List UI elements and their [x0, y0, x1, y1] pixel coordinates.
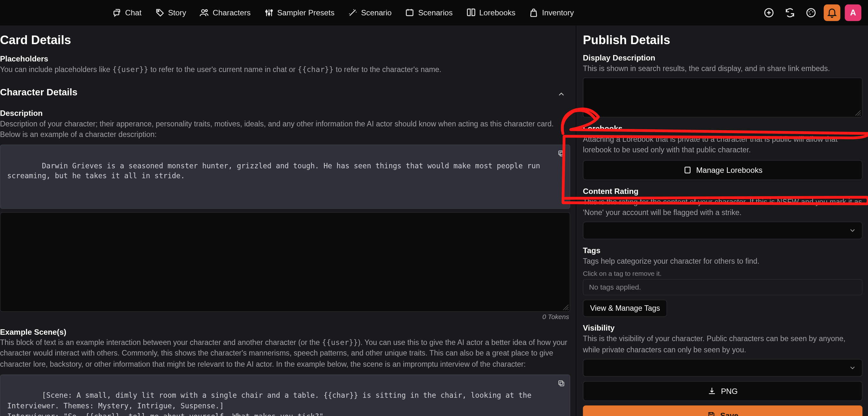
display-description-label: Display Description	[583, 53, 863, 62]
nav-lorebooks-label: Lorebooks	[479, 8, 515, 17]
description-help: Description of your character; their app…	[0, 118, 570, 140]
avatar-initial: A	[850, 8, 856, 17]
svg-rect-16	[559, 381, 563, 384]
download-icon	[708, 386, 717, 395]
publish-title: Publish Details	[583, 33, 863, 48]
token-count: 0 Tokens	[0, 313, 570, 321]
nav-inventory-label: Inventory	[542, 8, 574, 17]
svg-point-12	[809, 13, 810, 14]
display-description-help: This is shown in search results, the car…	[583, 63, 863, 74]
png-button[interactable]: PNG	[583, 381, 863, 400]
nav-lorebooks[interactable]: Lorebooks	[461, 4, 521, 21]
lorebooks-help: Attaching a Lorebook that is private to …	[583, 134, 863, 155]
svg-point-9	[808, 11, 809, 12]
collapse-button[interactable]	[557, 86, 566, 101]
save-label: Save	[720, 411, 739, 416]
bag-icon	[529, 7, 538, 17]
svg-point-0	[157, 10, 159, 11]
theme-button[interactable]	[803, 4, 819, 21]
book-open-icon	[466, 7, 476, 17]
svg-point-1	[202, 9, 205, 12]
nav-inventory[interactable]: Inventory	[523, 4, 580, 21]
content-rating-help: This is the rating for the content of yo…	[583, 197, 863, 218]
character-details-heading: Character Details	[0, 87, 78, 98]
nav-characters[interactable]: Characters	[194, 4, 256, 21]
example-scene-block: [Scene: A small, dimly lit room with a s…	[0, 374, 570, 416]
description-label: Description	[0, 109, 570, 117]
content-rating-select[interactable]	[583, 221, 863, 239]
nav-scenarios[interactable]: Scenarios	[399, 4, 458, 21]
chevron-down-icon	[848, 227, 856, 234]
nav-story[interactable]: Story	[149, 4, 192, 21]
visibility-help: This is the visibility of your character…	[583, 334, 863, 356]
users-icon	[199, 7, 210, 17]
png-label: PNG	[721, 386, 738, 395]
nav-scenarios-label: Scenarios	[418, 8, 453, 17]
chat-icon	[112, 7, 122, 17]
visibility-select[interactable]	[583, 359, 863, 376]
nav-scenario-label: Scenario	[361, 8, 392, 17]
save-button[interactable]: Save	[583, 405, 863, 416]
visibility-label: Visibility	[583, 324, 863, 333]
tags-box[interactable]: No tags applied.	[583, 279, 863, 295]
description-example-block: Darwin Grieves is a seasoned monster hun…	[0, 144, 570, 209]
lorebooks-label: Lorebooks	[583, 124, 863, 133]
svg-point-11	[812, 11, 813, 12]
topbar: Chat Story Characters Sampler Presets Sc…	[0, 0, 868, 25]
copy-description-button[interactable]	[555, 147, 567, 159]
avatar-button[interactable]: A	[845, 4, 861, 21]
svg-rect-15	[560, 382, 564, 386]
manage-lorebooks-button[interactable]: Manage Lorebooks	[583, 160, 863, 180]
sliders-icon	[264, 7, 274, 17]
card-details-title: Card Details	[0, 33, 570, 48]
placeholders-help: You can include placeholders like {{user…	[0, 64, 570, 75]
svg-point-2	[205, 9, 207, 11]
nav-right: A	[761, 4, 861, 21]
nav-sampler-label: Sampler Presets	[277, 8, 335, 17]
wand-icon	[348, 7, 358, 17]
display-description-input[interactable]	[583, 78, 863, 117]
example-scene-text: [Scene: A small, dimly lit room with a s…	[7, 391, 566, 416]
publish-details-panel: Publish Details Display Description This…	[576, 25, 868, 416]
nav-chat-label: Chat	[125, 8, 142, 17]
tags-empty-text: No tags applied.	[589, 283, 641, 292]
notifications-button[interactable]	[824, 4, 840, 21]
svg-rect-14	[559, 151, 563, 154]
content-rating-label: Content Rating	[583, 186, 863, 196]
placeholder-char: {{char}}	[298, 65, 334, 74]
main: Card Details Placeholders You can includ…	[0, 25, 868, 416]
tags-help: Tags help categorize your character for …	[583, 256, 863, 267]
book-icon	[683, 166, 692, 174]
view-manage-tags-button[interactable]: View & Manage Tags	[583, 300, 668, 317]
card-details-panel: Card Details Placeholders You can includ…	[0, 25, 576, 416]
svg-point-10	[810, 9, 811, 10]
nav-scenario[interactable]: Scenario	[342, 4, 397, 21]
chevron-down-icon	[848, 363, 856, 371]
placeholders-label: Placeholders	[0, 54, 570, 63]
copy-scene-button[interactable]	[555, 377, 567, 389]
example-scene-help: This block of text is an example interac…	[0, 337, 570, 370]
svg-rect-6	[406, 9, 413, 16]
nav-chat[interactable]: Chat	[106, 4, 147, 21]
svg-rect-13	[560, 152, 564, 156]
nav-sampler[interactable]: Sampler Presets	[258, 4, 340, 21]
resize-handle-icon	[563, 305, 568, 310]
description-example-text: Darwin Grieves is a seasoned monster hun…	[7, 161, 545, 180]
resize-handle-icon	[855, 110, 861, 116]
manage-lorebooks-label: Manage Lorebooks	[696, 166, 763, 174]
tags-click-hint: Click on a tag to remove it.	[583, 270, 863, 278]
save-icon	[707, 411, 716, 416]
placeholder-user: {{user}}	[112, 65, 148, 74]
svg-point-8	[807, 8, 815, 17]
tag-icon	[155, 7, 165, 17]
refresh-button[interactable]	[782, 4, 798, 21]
description-input[interactable]	[0, 212, 570, 312]
nav-characters-label: Characters	[213, 8, 251, 17]
tags-label: Tags	[583, 246, 863, 255]
nav-center: Chat Story Characters Sampler Presets Sc…	[106, 4, 579, 21]
frame-icon	[405, 7, 415, 17]
example-scene-label: Example Scene(s)	[0, 327, 570, 336]
nav-story-label: Story	[168, 8, 186, 17]
add-button[interactable]	[761, 4, 777, 21]
view-manage-tags-label: View & Manage Tags	[590, 304, 660, 313]
